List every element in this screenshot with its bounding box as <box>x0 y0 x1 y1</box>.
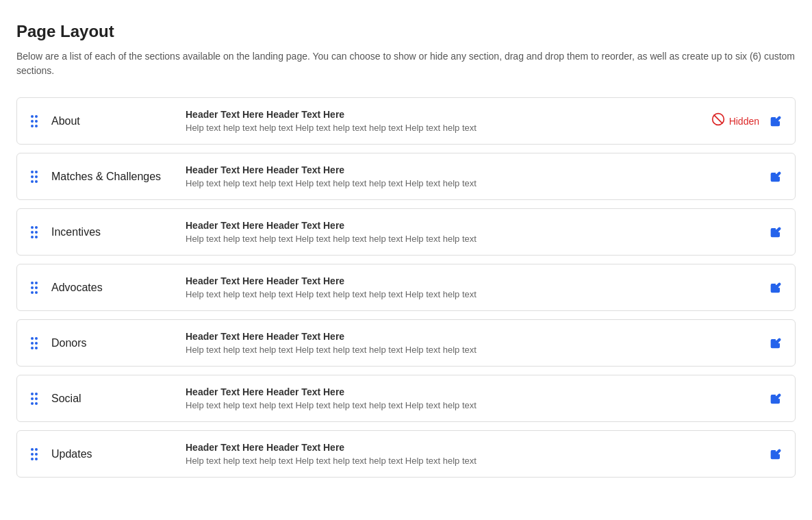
page-title: Page Layout <box>16 22 796 41</box>
section-header-text-incentives: Header Text Here Header Text Here <box>186 220 757 231</box>
page-description: Below are a list of each of the sections… <box>16 49 796 78</box>
edit-button-donors[interactable] <box>767 335 784 351</box>
drag-handle[interactable] <box>28 334 40 352</box>
section-content-incentives: Header Text Here Header Text Here Help t… <box>186 220 757 244</box>
drag-handle[interactable] <box>28 279 40 297</box>
section-name-donors: Donors <box>51 337 175 349</box>
section-actions-incentives <box>767 224 784 240</box>
edit-button-advocates[interactable] <box>767 280 784 296</box>
section-content-social: Header Text Here Header Text Here Help t… <box>186 386 757 410</box>
edit-button-incentives[interactable] <box>767 224 784 240</box>
section-content-matches-challenges: Header Text Here Header Text Here Help t… <box>186 164 757 188</box>
section-actions-updates <box>767 446 784 462</box>
section-header-text-matches-challenges: Header Text Here Header Text Here <box>186 164 757 175</box>
section-actions-about: Hidden <box>711 112 784 129</box>
section-header-text-donors: Header Text Here Header Text Here <box>186 331 757 342</box>
drag-handle[interactable] <box>28 390 40 408</box>
section-name-matches-challenges: Matches & Challenges <box>51 171 175 183</box>
section-row-advocates: Advocates Header Text Here Header Text H… <box>16 264 796 311</box>
section-help-text-about: Help text help text help text Help text … <box>186 123 700 133</box>
section-help-text-donors: Help text help text help text Help text … <box>186 345 757 355</box>
section-row-social: Social Header Text Here Header Text Here… <box>16 375 796 422</box>
section-row-donors: Donors Header Text Here Header Text Here… <box>16 319 796 367</box>
section-list: About Header Text Here Header Text Here … <box>16 97 796 478</box>
edit-button-updates[interactable] <box>767 446 784 462</box>
svg-line-1 <box>714 115 722 123</box>
section-header-text-advocates: Header Text Here Header Text Here <box>186 275 757 286</box>
section-actions-advocates <box>767 280 784 296</box>
section-header-text-social: Header Text Here Header Text Here <box>186 386 757 397</box>
section-name-advocates: Advocates <box>51 282 175 294</box>
hidden-label: Hidden <box>729 116 759 127</box>
section-help-text-incentives: Help text help text help text Help text … <box>186 234 757 244</box>
section-row-about: About Header Text Here Header Text Here … <box>16 97 796 145</box>
section-help-text-updates: Help text help text help text Help text … <box>186 456 757 466</box>
section-content-donors: Header Text Here Header Text Here Help t… <box>186 331 757 355</box>
drag-handle[interactable] <box>28 168 40 186</box>
section-header-text-updates: Header Text Here Header Text Here <box>186 442 757 453</box>
section-help-text-social: Help text help text help text Help text … <box>186 400 757 410</box>
section-row-incentives: Incentives Header Text Here Header Text … <box>16 208 796 256</box>
section-actions-social <box>767 391 784 407</box>
section-row-updates: Updates Header Text Here Header Text Her… <box>16 430 796 478</box>
section-content-updates: Header Text Here Header Text Here Help t… <box>186 442 757 466</box>
section-help-text-matches-challenges: Help text help text help text Help text … <box>186 178 757 188</box>
section-header-text-about: Header Text Here Header Text Here <box>186 109 700 120</box>
section-name-updates: Updates <box>51 448 175 460</box>
section-content-about: Header Text Here Header Text Here Help t… <box>186 109 700 133</box>
drag-handle[interactable] <box>28 445 40 463</box>
drag-handle[interactable] <box>28 112 40 130</box>
drag-handle[interactable] <box>28 223 40 241</box>
section-name-social: Social <box>51 393 175 405</box>
section-actions-matches-challenges <box>767 169 784 185</box>
section-help-text-advocates: Help text help text help text Help text … <box>186 289 757 299</box>
edit-button-about[interactable] <box>767 113 784 129</box>
edit-button-social[interactable] <box>767 391 784 407</box>
section-name-incentives: Incentives <box>51 226 175 238</box>
section-row-matches-challenges: Matches & Challenges Header Text Here He… <box>16 153 796 200</box>
section-content-advocates: Header Text Here Header Text Here Help t… <box>186 275 757 299</box>
section-name-about: About <box>51 115 175 127</box>
edit-button-matches-challenges[interactable] <box>767 169 784 185</box>
hidden-icon <box>711 112 725 129</box>
hidden-badge: Hidden <box>711 112 759 129</box>
section-actions-donors <box>767 335 784 351</box>
